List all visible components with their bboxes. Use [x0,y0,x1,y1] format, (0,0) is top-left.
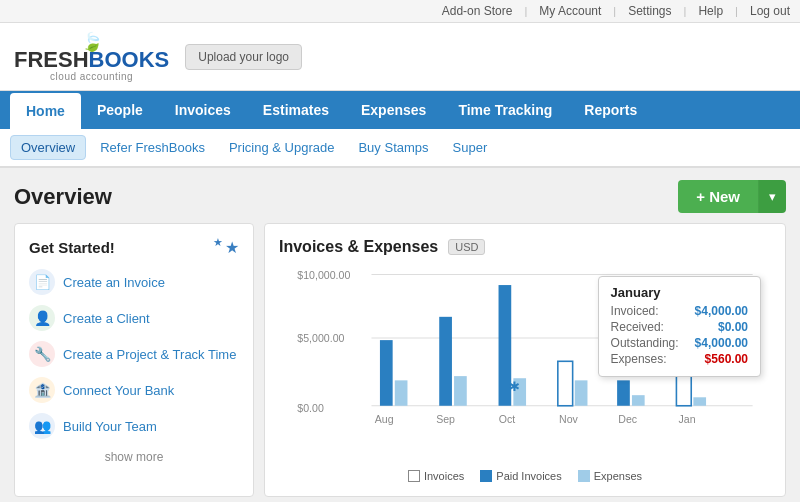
svg-rect-13 [558,361,573,405]
chart-card: Invoices & Expenses USD $10,000.00 $5,00… [264,223,786,497]
sep4: | [735,5,738,17]
sep3: | [684,5,687,17]
nav-people[interactable]: People [81,91,159,129]
create-client-label: Create a Client [63,311,150,326]
logout-link[interactable]: Log out [750,4,790,18]
create-project-link[interactable]: 🔧 Create a Project & Track Time [29,341,239,367]
svg-rect-15 [617,380,630,405]
svg-text:Oct: Oct [499,413,516,425]
subnav-stamps[interactable]: Buy Stamps [348,136,438,159]
show-more: show more [29,449,239,464]
svg-text:$5,000.00: $5,000.00 [297,332,344,344]
build-team-link[interactable]: 👥 Build Your Team [29,413,239,439]
stars-decoration: ★ ★ [213,238,239,257]
connect-bank-link[interactable]: 🏦 Connect Your Bank [29,377,239,403]
svg-rect-6 [380,340,393,406]
get-started-card: Get Started! ★ ★ 📄 Create an Invoice 👤 C… [14,223,254,497]
chart-legend: Invoices Paid Invoices Expenses [279,470,771,482]
bank-icon: 🏦 [29,377,55,403]
get-started-title: Get Started! [29,239,115,256]
svg-text:$0.00: $0.00 [297,402,324,414]
tooltip-invoiced-label: Invoiced: [611,304,659,318]
svg-text:Nov: Nov [559,413,579,425]
tooltip-invoiced: Invoiced: $4,000.00 [611,304,748,318]
svg-rect-16 [632,395,645,406]
tooltip-expenses: Expenses: $560.00 [611,352,748,366]
create-project-label: Create a Project & Track Time [63,347,236,362]
project-icon: 🔧 [29,341,55,367]
subnav-overview[interactable]: Overview [10,135,86,160]
svg-rect-8 [439,317,452,406]
chart-header: Invoices & Expenses USD [279,238,771,256]
addon-store-link[interactable]: Add-on Store [442,4,513,18]
legend-expenses-box [578,470,590,482]
legend-invoices-label: Invoices [424,470,464,482]
nav-invoices[interactable]: Invoices [159,91,247,129]
nav-reports[interactable]: Reports [568,91,653,129]
svg-rect-18 [693,397,706,405]
settings-link[interactable]: Settings [628,4,671,18]
subnav-refer[interactable]: Refer FreshBooks [90,136,215,159]
svg-text:Aug: Aug [375,413,394,425]
logo-sub: cloud accounting [50,71,133,82]
create-invoice-link[interactable]: 📄 Create an Invoice [29,269,239,295]
chart-tooltip: January Invoiced: $4,000.00 Received: $0… [598,276,761,377]
header: 🍃 FRESHBOOKS cloud accounting Upload you… [0,23,800,91]
logo-books: BOOKS [89,47,170,72]
tooltip-month: January [611,285,748,300]
chart-title: Invoices & Expenses [279,238,438,256]
new-button[interactable]: + New [678,180,758,213]
nav-home[interactable]: Home [10,93,81,129]
tooltip-outstanding-label: Outstanding: [611,336,679,350]
new-dropdown-button[interactable]: ▾ [758,180,786,213]
client-icon: 👤 [29,305,55,331]
sep2: | [613,5,616,17]
legend-expenses: Expenses [578,470,642,482]
upload-logo-button[interactable]: Upload your logo [185,44,302,70]
legend-invoices: Invoices [408,470,464,482]
chart-area: $10,000.00 $5,000.00 $0.00 [279,266,771,466]
show-more-link[interactable]: show more [105,450,164,464]
tooltip-outstanding: Outstanding: $4,000.00 [611,336,748,350]
sep1: | [524,5,527,17]
main-nav: Home People Invoices Estimates Expenses … [0,91,800,129]
subnav-super[interactable]: Super [443,136,498,159]
currency-badge: USD [448,239,485,255]
invoice-icon: 📄 [29,269,55,295]
svg-text:✱: ✱ [509,380,520,394]
tooltip-expenses-label: Expenses: [611,352,667,366]
create-invoice-label: Create an Invoice [63,275,165,290]
logo-text: FRESHBOOKS [14,49,169,71]
svg-rect-9 [454,376,467,406]
tooltip-expenses-value: $560.00 [705,352,748,366]
connect-bank-label: Connect Your Bank [63,383,174,398]
create-client-link[interactable]: 👤 Create a Client [29,305,239,331]
legend-expenses-label: Expenses [594,470,642,482]
tooltip-outstanding-value: $4,000.00 [695,336,748,350]
build-team-label: Build Your Team [63,419,157,434]
top-bar: Add-on Store | My Account | Settings | H… [0,0,800,23]
overview-header: Overview + New ▾ [14,180,786,213]
legend-paid-label: Paid Invoices [496,470,561,482]
svg-rect-7 [395,380,408,405]
tooltip-received-label: Received: [611,320,664,334]
help-link[interactable]: Help [698,4,723,18]
svg-text:Jan: Jan [678,413,695,425]
nav-time-tracking[interactable]: Time Tracking [442,91,568,129]
svg-rect-14 [575,380,588,405]
star-large-icon: ★ [225,238,239,257]
nav-estimates[interactable]: Estimates [247,91,345,129]
subnav-pricing[interactable]: Pricing & Upgrade [219,136,345,159]
legend-paid-box [480,470,492,482]
team-icon: 👥 [29,413,55,439]
main-columns: Get Started! ★ ★ 📄 Create an Invoice 👤 C… [14,223,786,497]
content-area: Overview + New ▾ Get Started! ★ ★ 📄 Crea… [0,168,800,502]
my-account-link[interactable]: My Account [539,4,601,18]
legend-invoices-box [408,470,420,482]
legend-paid: Paid Invoices [480,470,561,482]
tooltip-invoiced-value: $4,000.00 [695,304,748,318]
svg-text:$10,000.00: $10,000.00 [297,269,350,281]
star-small-icon: ★ [213,236,223,249]
nav-expenses[interactable]: Expenses [345,91,442,129]
tooltip-received-value: $0.00 [718,320,748,334]
